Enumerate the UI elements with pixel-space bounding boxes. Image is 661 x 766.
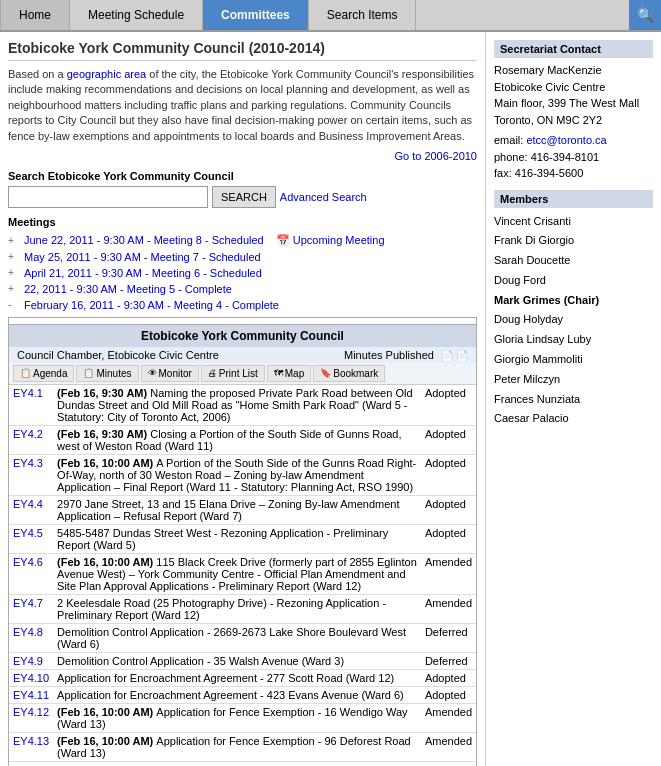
map-icon: 🗺 [274, 368, 283, 378]
main-layout: Etobicoke York Community Council (2010-2… [0, 32, 661, 766]
meeting-link-3[interactable]: April 21, 2011 - 9:30 AM - Meeting 6 - S… [24, 267, 262, 279]
expand-icon-5[interactable]: - [8, 299, 20, 310]
tab-committees[interactable]: Committees [203, 0, 309, 30]
members-title: Members [494, 190, 653, 208]
right-panel: Secretariat Contact Rosemary MacKenzie E… [486, 32, 661, 766]
member-item: Frank Di Giorgio [494, 231, 653, 251]
item-id-link[interactable]: EY4.3 [13, 457, 43, 469]
table-row: EY4.14(Feb 16, 10:00 AM) 30 Humber Trail… [9, 761, 476, 766]
advanced-search-link[interactable]: Advanced Search [280, 191, 367, 203]
search-label: Search Etobicoke York Community Council [8, 170, 477, 182]
expand-icon-2[interactable]: + [8, 251, 20, 262]
nav-search-button[interactable]: 🔍 [629, 0, 661, 30]
tab-row: 📋 Agenda 📋 Minutes 👁 Monitor 🖨 Print Lis… [9, 363, 476, 385]
item-id-link[interactable]: EY4.8 [13, 626, 43, 638]
table-row: EY4.2(Feb 16, 9:30 AM) Closing a Portion… [9, 425, 476, 454]
council-header: Etobicoke York Community Council [9, 324, 476, 347]
item-status: Deferred [421, 652, 476, 669]
expand-icon-4[interactable]: + [8, 283, 20, 294]
expand-icon-3[interactable]: + [8, 267, 20, 278]
minutes-icon-pdf[interactable]: 📄 [441, 350, 453, 361]
goto-2006-2010-link[interactable]: Go to 2006-2010 [394, 150, 477, 162]
meeting-link-1[interactable]: June 22, 2011 - 9:30 AM - Meeting 8 - Sc… [24, 234, 264, 246]
table-row: EY4.10Application for Encroachment Agree… [9, 669, 476, 686]
contact-fax-row: fax: 416-394-5600 [494, 165, 653, 182]
member-item: Doug Holyday [494, 310, 653, 330]
item-status: Adopted [421, 761, 476, 766]
nav-bar: Home Meeting Schedule Committees Search … [0, 0, 661, 32]
tab-map[interactable]: 🗺 Map [267, 365, 311, 382]
fax-label: fax: [494, 167, 512, 179]
item-id-link[interactable]: EY4.5 [13, 527, 43, 539]
council-location: Council Chamber, Etobicoke Civic Centre [17, 349, 219, 361]
item-id-link[interactable]: EY4.13 [13, 735, 49, 747]
tab-home[interactable]: Home [0, 0, 70, 30]
item-id-link[interactable]: EY4.11 [13, 689, 49, 701]
tab-minutes[interactable]: 📋 Minutes [76, 365, 138, 382]
minutes-icon-doc[interactable]: 📄 [456, 350, 468, 361]
bookmark-icon: 🔖 [320, 368, 331, 378]
item-id-link[interactable]: EY4.9 [13, 655, 43, 667]
page-title: Etobicoke York Community Council (2010-2… [8, 40, 477, 61]
tab-monitor[interactable]: 👁 Monitor [141, 365, 199, 382]
upcoming-meeting-link[interactable]: Upcoming Meeting [293, 234, 385, 246]
tab-bookmark[interactable]: 🔖 Bookmark [313, 365, 385, 382]
minutes-published: Minutes Published 📄 📄 [344, 349, 468, 361]
tab-agenda[interactable]: 📋 Agenda [13, 365, 74, 382]
member-item: Doug Ford [494, 271, 653, 291]
contact-name: Rosemary MacKenzie [494, 62, 653, 79]
contact-phone-row: phone: 416-394-8101 [494, 149, 653, 166]
table-row: EY4.72 Keelesdale Road (25 Photography D… [9, 594, 476, 623]
meeting-link-2[interactable]: May 25, 2011 - 9:30 AM - Meeting 7 - Sch… [24, 251, 261, 263]
tab-search-items[interactable]: Search Items [309, 0, 417, 30]
tab-print-list[interactable]: 🖨 Print List [201, 365, 265, 382]
search-button[interactable]: SEARCH [212, 186, 276, 208]
item-id-link[interactable]: EY4.7 [13, 597, 43, 609]
geographic-area-link[interactable]: geographic area [67, 68, 147, 80]
meeting-link-5[interactable]: February 16, 2011 - 9:30 AM - Meeting 4 … [24, 299, 279, 311]
table-row: EY4.55485-5487 Dundas Street West - Rezo… [9, 524, 476, 553]
tab-meeting-schedule[interactable]: Meeting Schedule [70, 0, 203, 30]
members-list: Vincent CrisantiFrank Di GiorgioSarah Do… [494, 212, 653, 430]
expand-icon-1[interactable]: + [8, 235, 20, 246]
item-status: Deferred [421, 623, 476, 652]
item-status: Adopted [421, 454, 476, 495]
member-item: Peter Milczyn [494, 370, 653, 390]
email-link[interactable]: etcc@toronto.ca [526, 134, 606, 146]
item-id-link[interactable]: EY4.4 [13, 498, 43, 510]
items-scroll-area[interactable]: EY4.1(Feb 16, 9:30 AM) Naming the propos… [9, 385, 476, 766]
search-input[interactable] [8, 186, 208, 208]
phone-value: 416-394-8101 [531, 151, 600, 163]
minutes-icon: 📋 [83, 368, 94, 378]
fax-value: 416-394-5600 [515, 167, 584, 179]
left-panel: Etobicoke York Community Council (2010-2… [0, 32, 486, 766]
item-status: Adopted [421, 425, 476, 454]
table-row: EY4.1(Feb 16, 9:30 AM) Naming the propos… [9, 385, 476, 426]
member-item: Gloria Lindsay Luby [494, 330, 653, 350]
phone-label: phone: [494, 151, 528, 163]
contact-address: Main floor, 399 The West Mall [494, 95, 653, 112]
contact-info: Rosemary MacKenzie Etobicoke Civic Centr… [494, 62, 653, 182]
secretariat-title: Secretariat Contact [494, 40, 653, 58]
contact-org: Etobicoke Civic Centre [494, 79, 653, 96]
table-row: EY4.9Demolition Control Application - 35… [9, 652, 476, 669]
item-id-link[interactable]: EY4.12 [13, 706, 49, 718]
meetings-title: Meetings [8, 216, 477, 228]
contact-email-row: email: etcc@toronto.ca [494, 132, 653, 149]
table-row: EY4.6(Feb 16, 10:00 AM) 115 Black Creek … [9, 553, 476, 594]
goto-link-container: Go to 2006-2010 [8, 150, 477, 162]
item-status: Amended [421, 553, 476, 594]
monitor-icon: 👁 [148, 368, 157, 378]
meeting-link-4[interactable]: 22, 2011 - 9:30 AM - Meeting 5 - Complet… [24, 283, 232, 295]
items-table: EY4.1(Feb 16, 9:30 AM) Naming the propos… [9, 385, 476, 766]
item-id-link[interactable]: EY4.6 [13, 556, 43, 568]
member-item: Caesar Palacio [494, 409, 653, 429]
table-row: EY4.42970 Jane Street, 13 and 15 Elana D… [9, 495, 476, 524]
member-item: Sarah Doucette [494, 251, 653, 271]
item-id-link[interactable]: EY4.10 [13, 672, 49, 684]
item-id-link[interactable]: EY4.2 [13, 428, 43, 440]
table-row: EY4.12(Feb 16, 10:00 AM) Application for… [9, 703, 476, 732]
member-item: Giorgio Mammoliti [494, 350, 653, 370]
item-id-link[interactable]: EY4.1 [13, 387, 43, 399]
print-icon: 🖨 [208, 368, 217, 378]
